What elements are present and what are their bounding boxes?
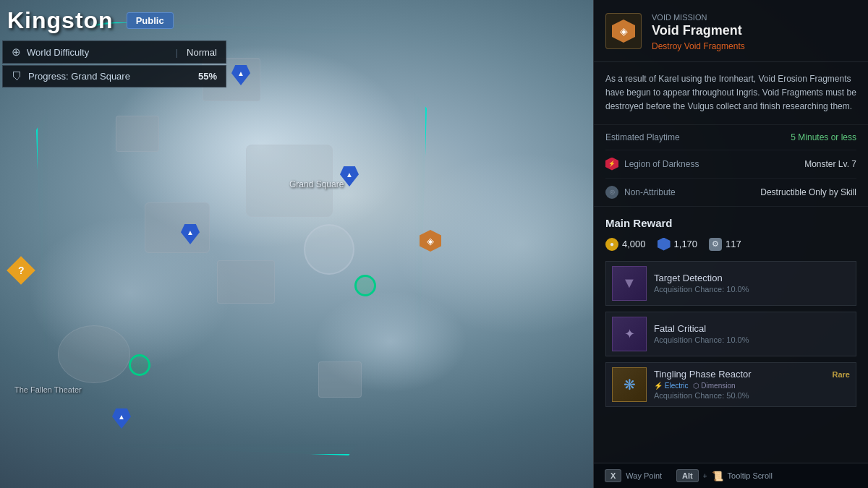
- reward-icon-symbol-3: ❋: [624, 376, 636, 393]
- map-marker-question[interactable]: ?: [11, 260, 31, 281]
- mission-type: Void Mission: [652, 13, 856, 22]
- reward-name-3: Tingling Phase Reactor: [654, 369, 752, 380]
- reward-tags-3: ⚡ Electric ⬡ Dimension: [654, 382, 850, 390]
- reward-details-1: Target Detection Acquisition Chance: 10.…: [654, 273, 850, 294]
- rewards-title: Main Reward: [605, 217, 856, 229]
- reward-icon-3: ❋: [612, 367, 647, 402]
- attribute-row: ◎ Non-Attribute Destructible Only by Ski…: [605, 179, 856, 206]
- gear-icon: ⚙: [709, 238, 722, 251]
- reward-name-1: Target Detection: [654, 273, 850, 283]
- building-3: [145, 202, 210, 253]
- tag-dimension: ⬡ Dimension: [693, 382, 736, 390]
- reward-item-fatal-critical: ✦ Fatal Critical Acquisition Chance: 10.…: [605, 312, 856, 356]
- attribute-icon: ◎: [605, 186, 618, 199]
- faction-value: Monster Lv. 7: [804, 159, 856, 169]
- reward-rarity-3: Rare: [833, 369, 850, 379]
- key-plus: +: [703, 472, 707, 480]
- faction-info: Legion of Darkness: [605, 158, 699, 171]
- xp-reward: 1,170: [658, 238, 698, 251]
- reward-icon-symbol-1: ▼: [622, 275, 637, 291]
- gear-reward: ⚙ 117: [709, 238, 741, 251]
- waypoint-key[interactable]: X: [605, 469, 621, 482]
- map-marker-3[interactable]: [181, 224, 200, 244]
- mission-name: Void Fragment: [652, 23, 856, 38]
- attribute-label: Non-Attribute: [624, 187, 676, 197]
- shield-icon: ⛉: [12, 70, 22, 82]
- grand-square-label: Grand Square: [289, 179, 344, 189]
- mission-stats: Estimated Playtime 5 Minutes or less Leg…: [594, 125, 868, 207]
- building-5: [58, 325, 130, 383]
- mission-panel: ◈ Void Mission Void Fragment Destroy Voi…: [593, 0, 868, 488]
- map-marker-void[interactable]: ◈: [420, 230, 441, 252]
- currency-row: ● 4,000 1,170 ⚙ 117: [605, 238, 856, 251]
- world-difficulty-value: Normal: [187, 47, 217, 58]
- rewards-section: Main Reward ● 4,000 1,170 ⚙ 117 ▼ Target…: [594, 207, 868, 488]
- mission-description: As a result of Karel using the Ironheart…: [594, 62, 868, 125]
- tooltip-label: Tooltip Scroll: [728, 471, 773, 480]
- playtime-row: Estimated Playtime 5 Minutes or less: [605, 125, 856, 150]
- hotkey-waypoint: X Way Point: [605, 469, 662, 482]
- mission-icon-wrap: ◈: [605, 13, 642, 49]
- faction-label: Legion of Darkness: [624, 159, 699, 169]
- world-difficulty-label: World Difficulty: [27, 47, 167, 58]
- hotkey-tooltip: Alt + 📜 Tooltip Scroll: [676, 469, 773, 482]
- map-marker-circle-2[interactable]: [129, 354, 150, 376]
- reward-name-2: Fatal Critical: [654, 323, 850, 334]
- visibility-badge[interactable]: Public: [127, 12, 174, 29]
- reward-item-tingling-phase: ❋ Tingling Phase Reactor Rare ⚡ Electric…: [605, 362, 856, 407]
- reward-chance-1: Acquisition Chance: 10.0%: [654, 285, 850, 294]
- building-8: [217, 260, 275, 304]
- reward-icon-1: ▼: [612, 266, 647, 301]
- progress-label: Progress: Grand Square: [28, 71, 192, 82]
- mission-icon: ◈: [612, 20, 635, 43]
- building-4: [304, 224, 354, 275]
- progress-value: 55%: [198, 71, 217, 82]
- world-difficulty-panel: ⊕ World Difficulty | Normal: [2, 40, 226, 64]
- reward-chance-3: Acquisition Chance: 50.0%: [654, 391, 850, 400]
- gold-value: 4,000: [622, 239, 646, 249]
- reward-icon-symbol-2: ✦: [624, 326, 635, 342]
- building-7: [116, 116, 159, 152]
- attribute-value: Destructible Only by Skill: [760, 187, 856, 197]
- world-icon: ⊕: [12, 46, 21, 59]
- map-marker-1[interactable]: [231, 65, 250, 85]
- map-marker-2[interactable]: [340, 166, 359, 187]
- attribute-info: ◎ Non-Attribute: [605, 186, 676, 199]
- map-marker-4[interactable]: [112, 408, 131, 429]
- separator-1: |: [176, 47, 178, 58]
- map-marker-circle-1[interactable]: [354, 275, 376, 296]
- header: Kingston Public: [7, 7, 174, 34]
- gold-reward: ● 4,000: [605, 238, 646, 251]
- reward-item-target-detection: ▼ Target Detection Acquisition Chance: 1…: [605, 261, 856, 306]
- faction-icon: [605, 158, 618, 171]
- reward-details-3: Tingling Phase Reactor Rare ⚡ Electric ⬡…: [654, 369, 850, 400]
- city-name: Kingston: [7, 7, 114, 34]
- fallen-theater-label: The Fallen Theater: [14, 385, 82, 394]
- progress-panel: ⛉ Progress: Grand Square 55%: [2, 65, 226, 87]
- reward-chance-2: Acquisition Chance: 10.0%: [654, 335, 850, 344]
- tag-electric: ⚡ Electric: [654, 382, 689, 390]
- reward-icon-2: ✦: [612, 317, 647, 351]
- building-6: [318, 361, 362, 398]
- playtime-label: Estimated Playtime: [605, 132, 680, 142]
- xp-value: 1,170: [674, 239, 698, 249]
- mission-title-area: Void Mission Void Fragment Destroy Void …: [652, 13, 856, 51]
- reward-details-2: Fatal Critical Acquisition Chance: 10.0%: [654, 323, 850, 344]
- faction-row: Legion of Darkness Monster Lv. 7: [605, 150, 856, 179]
- scroll-icon: 📜: [712, 471, 723, 481]
- playtime-value: 5 Minutes or less: [791, 132, 856, 142]
- gear-value: 117: [726, 239, 741, 249]
- bottom-bar: X Way Point Alt + 📜 Tooltip Scroll: [593, 463, 868, 488]
- xp-icon: [658, 238, 671, 251]
- waypoint-label: Way Point: [626, 471, 662, 480]
- gold-icon: ●: [605, 238, 618, 251]
- mission-subtitle: Destroy Void Fragments: [652, 41, 856, 51]
- mission-header: ◈ Void Mission Void Fragment Destroy Voi…: [594, 0, 868, 62]
- tooltip-key[interactable]: Alt: [676, 469, 699, 482]
